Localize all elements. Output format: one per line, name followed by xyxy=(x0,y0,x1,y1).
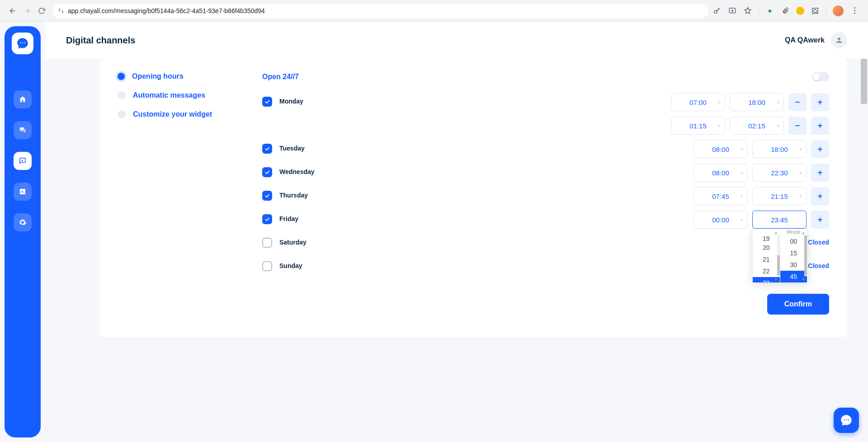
add-slot-button[interactable]: + xyxy=(811,187,829,205)
time-picker-dropdown: ▲ 19 20 21 22 23 xyxy=(753,229,807,282)
user-menu[interactable]: QA QAwerk xyxy=(785,32,847,48)
add-slot-button[interactable]: + xyxy=(811,117,829,135)
sidebar-item-conversations[interactable] xyxy=(14,121,32,139)
browser-chrome: app.chayall.com/messaging/b0f5144a-56c2-… xyxy=(0,0,868,22)
browser-back-button[interactable] xyxy=(5,4,20,18)
app-logo[interactable] xyxy=(12,33,33,54)
time-input-friday-0-to[interactable]: 23:45 ▲ 19 xyxy=(752,211,807,229)
day-row-tuesday: Tuesday 08:00× 18:00× + xyxy=(262,140,829,158)
browser-menu-button[interactable] xyxy=(850,7,859,14)
time-input-tuesday-0-from[interactable]: 08:00× xyxy=(693,140,748,158)
add-slot-button[interactable]: + xyxy=(811,93,829,111)
ext-green-icon[interactable]: ● xyxy=(765,6,774,15)
sidebar-item-channels[interactable] xyxy=(14,152,32,170)
install-icon[interactable] xyxy=(728,6,737,15)
step-dot-icon xyxy=(118,110,126,118)
chat-widget-fab[interactable] xyxy=(834,408,859,433)
steps-nav: Opening hours Automatic messages Customi… xyxy=(118,72,235,315)
add-slot-button[interactable]: + xyxy=(811,140,829,158)
clear-icon[interactable]: × xyxy=(776,122,780,129)
site-settings-icon[interactable] xyxy=(58,8,64,14)
scrollbar-thumb[interactable] xyxy=(861,59,867,104)
clear-icon[interactable]: × xyxy=(799,146,802,153)
step-opening-hours[interactable]: Opening hours xyxy=(118,72,235,80)
picker-hour-item[interactable]: 21 xyxy=(753,254,780,265)
browser-url-bar[interactable]: app.chayall.com/messaging/b0f5144a-56c2-… xyxy=(52,4,709,18)
open-247-label: Open 24//7 xyxy=(262,73,299,81)
clear-icon[interactable]: × xyxy=(799,169,802,176)
bookmark-star-icon[interactable] xyxy=(743,6,752,15)
clear-icon[interactable]: × xyxy=(740,216,744,223)
clear-icon[interactable]: × xyxy=(740,193,744,200)
picker-minute-header: Minute xyxy=(787,230,800,235)
day-label: Wednesday xyxy=(279,168,370,175)
time-input-monday-1-to[interactable]: 02:15× xyxy=(730,117,784,135)
step-dot-icon xyxy=(118,91,126,99)
day-checkbox-sunday[interactable] xyxy=(262,261,272,271)
clear-icon[interactable]: × xyxy=(717,122,721,129)
sidebar-item-settings[interactable] xyxy=(14,213,32,231)
browser-reload-button[interactable] xyxy=(34,4,49,18)
time-input-thursday-0-from[interactable]: 07:45× xyxy=(693,187,748,205)
picker-hour-item[interactable]: 22 xyxy=(753,265,780,277)
remove-slot-button[interactable]: − xyxy=(788,93,807,111)
picker-hour-item[interactable]: 20 xyxy=(753,242,780,254)
remove-slot-button[interactable]: − xyxy=(788,117,807,135)
chevron-down-icon[interactable]: ▼ xyxy=(802,277,805,282)
picker-minute-item[interactable]: 00 xyxy=(780,235,807,247)
topbar: Digital channels QA QAwerk xyxy=(45,22,868,59)
browser-profile-avatar[interactable] xyxy=(833,5,844,16)
extensions-puzzle-icon[interactable] xyxy=(811,6,820,15)
clear-icon[interactable]: × xyxy=(776,99,780,106)
sidebar-item-analytics[interactable] xyxy=(14,183,32,201)
closed-label: Closed xyxy=(808,262,829,269)
ext-attach-icon[interactable] xyxy=(781,6,790,15)
add-slot-button[interactable]: + xyxy=(811,211,829,229)
page-scrollbar[interactable] xyxy=(861,59,867,440)
picker-scrollbar[interactable] xyxy=(777,235,780,276)
day-checkbox-monday[interactable] xyxy=(262,97,272,107)
settings-card: Opening hours Automatic messages Customi… xyxy=(99,59,847,337)
time-input-friday-0-from[interactable]: 00:00× xyxy=(693,211,748,229)
clear-icon[interactable]: × xyxy=(740,146,744,153)
day-checkbox-friday[interactable] xyxy=(262,214,272,224)
step-customize-widget[interactable]: Customize your widget xyxy=(118,110,235,118)
picker-minute-item[interactable]: 15 xyxy=(780,247,807,259)
day-row-friday: Friday 00:00× 23:45 xyxy=(262,211,829,229)
open-247-row: Open 24//7 xyxy=(262,72,829,81)
day-row-saturday: Saturday Closed xyxy=(262,234,829,252)
sidebar-item-home[interactable] xyxy=(14,90,32,108)
add-slot-button[interactable]: + xyxy=(811,164,829,182)
picker-scrollbar[interactable] xyxy=(804,235,807,276)
time-input-tuesday-0-to[interactable]: 18:00× xyxy=(752,140,807,158)
time-input-wednesday-0-to[interactable]: 22:30× xyxy=(752,164,807,182)
time-input-monday-0-from[interactable]: 07:00× xyxy=(671,93,725,111)
toggle-knob xyxy=(813,73,820,80)
time-input-monday-0-to[interactable]: 18:00× xyxy=(730,93,784,111)
chevron-down-icon[interactable]: ▼ xyxy=(774,277,778,282)
key-icon[interactable] xyxy=(712,6,722,15)
user-avatar-icon xyxy=(831,32,847,48)
day-label: Thursday xyxy=(279,192,370,199)
day-checkbox-thursday[interactable] xyxy=(262,191,272,201)
time-input-wednesday-0-from[interactable]: 08:00× xyxy=(693,164,748,182)
confirm-button[interactable]: Confirm xyxy=(767,294,829,315)
svg-point-0 xyxy=(59,10,60,11)
browser-forward-button[interactable] xyxy=(20,4,34,18)
closed-label: Closed xyxy=(808,239,829,246)
day-checkbox-saturday[interactable] xyxy=(262,238,272,248)
step-automatic-messages[interactable]: Automatic messages xyxy=(118,91,235,99)
time-input-thursday-0-to[interactable]: 21:15× xyxy=(752,187,807,205)
open-247-toggle[interactable] xyxy=(812,72,829,81)
day-checkbox-wednesday[interactable] xyxy=(262,167,272,177)
clear-icon[interactable]: × xyxy=(717,99,721,106)
day-checkbox-tuesday[interactable] xyxy=(262,144,272,154)
clear-icon[interactable]: × xyxy=(740,169,744,176)
clear-icon[interactable]: × xyxy=(799,193,802,200)
picker-minute-item[interactable]: 30 xyxy=(780,259,807,271)
day-row-thursday: Thursday 07:45× 21:15× + xyxy=(262,187,829,205)
ext-round-icon[interactable] xyxy=(796,7,804,15)
picker-hour-item[interactable]: 19 xyxy=(753,235,780,242)
step-label: Opening hours xyxy=(132,72,184,80)
time-input-monday-1-from[interactable]: 01:15× xyxy=(671,117,725,135)
